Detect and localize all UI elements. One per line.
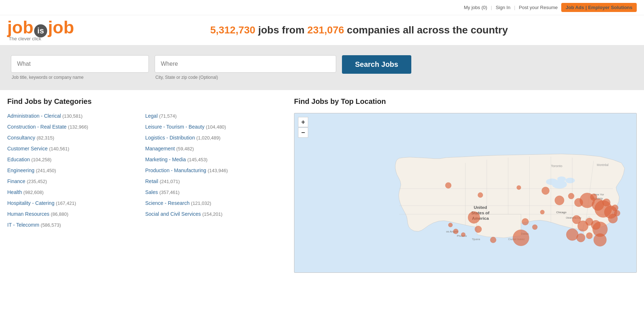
map-dot-34[interactable] <box>445 182 451 188</box>
category-right-item-2[interactable]: Logistics - Distribution (1,020,489) <box>145 135 283 141</box>
svg-text:Tijuana: Tijuana <box>472 238 480 241</box>
logo-job2: job <box>48 19 74 36</box>
map-dot-20[interactable] <box>532 224 537 230</box>
category-right-item-3[interactable]: Management (59,482) <box>145 146 283 151</box>
category-right-item-7[interactable]: Sales (357,461) <box>145 189 283 195</box>
sign-in-link[interactable]: Sign In <box>496 5 510 10</box>
category-left-item-10[interactable]: IT - Telecomm (586,573) <box>7 222 145 228</box>
where-field: City, State or zip code (Optional) <box>155 55 336 80</box>
header: job is job The clever click 5,312,730 jo… <box>0 15 644 45</box>
map-dot-3[interactable] <box>555 196 564 205</box>
logo-tagline: The clever click <box>7 36 74 41</box>
what-input[interactable] <box>11 55 149 73</box>
category-right-item-9[interactable]: Social and Civil Services (154,201) <box>145 211 283 217</box>
map-dot-10[interactable] <box>603 199 610 206</box>
job-ads-employer-button[interactable]: Job Ads | Employer Solutions <box>561 3 637 12</box>
map-dot-30[interactable] <box>566 228 578 240</box>
category-left-item-8[interactable]: Hospitality - Catering (167,421) <box>7 200 145 206</box>
search-section: Job title, keywords or company name City… <box>0 45 644 90</box>
companies-count: 231,076 <box>307 24 344 36</box>
map-dot-29[interactable] <box>461 232 465 237</box>
map-dot-1[interactable] <box>517 185 521 190</box>
map-dot-21[interactable] <box>540 210 545 214</box>
map-dot-4[interactable] <box>568 193 574 199</box>
map-dot-27[interactable] <box>513 230 529 246</box>
category-left-item-4[interactable]: Education (104,258) <box>7 157 145 162</box>
category-right-item-1[interactable]: Leisure - Tourism - Beauty (104,480) <box>145 124 283 130</box>
categories-right-column: Legal (71,574)Leisure - Tourism - Beauty… <box>145 113 283 228</box>
category-left-item-5[interactable]: Engineering (241,450) <box>7 167 145 173</box>
logo: job is job <box>7 19 74 37</box>
map-dot-16[interactable] <box>475 226 482 233</box>
map-dot-17[interactable] <box>453 229 458 234</box>
logo-area: job is job The clever click <box>7 19 74 41</box>
headline-end: companies all across the country <box>347 24 508 36</box>
map-zoom-in-button[interactable]: + <box>298 117 308 127</box>
what-hint: Job title, keywords or company name <box>11 75 149 80</box>
nav-pipe: | <box>586 5 588 10</box>
svg-text:United: United <box>474 205 487 210</box>
category-left-item-6[interactable]: Finance (235,452) <box>7 178 145 184</box>
category-left-item-2[interactable]: Consultancy (82,315) <box>7 135 145 141</box>
categories-title: Find Jobs by Categories <box>7 97 283 106</box>
post-resume-link[interactable]: Post your Resume <box>519 5 558 10</box>
category-left-item-0[interactable]: Administration - Clerical (130,581) <box>7 113 145 119</box>
category-right-item-4[interactable]: Marketing - Media (145,453) <box>145 157 283 162</box>
map-dot-19[interactable] <box>522 218 529 225</box>
svg-point-3 <box>566 178 575 183</box>
top-nav: My jobs (0) | Sign In | Post your Resume… <box>0 0 644 15</box>
search-jobs-button[interactable]: Search Jobs <box>342 55 411 74</box>
categories-section: Find Jobs by Categories Administration -… <box>7 97 283 273</box>
main-content: Find Jobs by Categories Administration -… <box>0 97 644 273</box>
map-section: Find Jobs by Top Location + − <box>294 97 637 273</box>
map-dot-31[interactable] <box>576 234 585 242</box>
where-hint: City, State or zip code (Optional) <box>155 75 336 80</box>
category-left-item-9[interactable]: Human Resources (86,880) <box>7 211 145 217</box>
nav-separator-1: | <box>491 5 492 10</box>
category-left-item-1[interactable]: Construction - Real Estate (132,966) <box>7 124 145 130</box>
map-zoom-out-button[interactable]: − <box>298 127 308 138</box>
category-left-item-3[interactable]: Customer Service (140,561) <box>7 146 145 151</box>
where-input[interactable] <box>155 55 336 73</box>
category-right-item-5[interactable]: Production - Manufacturing (143,946) <box>145 167 283 173</box>
svg-text:Toronto: Toronto <box>551 164 562 168</box>
map-container: + − <box>294 113 637 273</box>
map-title: Find Jobs by Top Location <box>294 97 637 106</box>
map-dot-13[interactable] <box>612 205 618 211</box>
employer-solutions-label: Employer Solutions <box>588 5 632 10</box>
category-right-item-8[interactable]: Science - Research (121,032) <box>145 200 283 206</box>
map-dot-15[interactable] <box>468 211 480 223</box>
map-controls: + − <box>298 117 308 138</box>
headline: 5,312,730 jobs from 231,076 companies al… <box>74 24 637 36</box>
map-dot-32[interactable] <box>586 232 593 239</box>
svg-text:Chicago: Chicago <box>556 211 566 214</box>
categories-left-column: Administration - Clerical (130,581)Const… <box>7 113 145 228</box>
categories-grid: Administration - Clerical (130,581)Const… <box>7 113 283 228</box>
map-dot-33[interactable] <box>594 234 606 246</box>
category-left-item-7[interactable]: Health (982,608) <box>7 189 145 195</box>
jobs-count: 5,312,730 <box>210 24 256 36</box>
my-jobs-link[interactable]: My jobs (0) <box>464 5 487 10</box>
search-form: Job title, keywords or company name City… <box>11 55 633 80</box>
what-field: Job title, keywords or company name <box>11 55 149 80</box>
map-dot-14[interactable] <box>614 210 620 216</box>
logo-job1: job <box>7 19 33 36</box>
svg-point-4 <box>552 180 567 189</box>
headline-middle: jobs from <box>258 24 307 36</box>
category-right-item-0[interactable]: Legal (71,574) <box>145 113 283 119</box>
nav-separator-2: | <box>514 5 515 10</box>
svg-text:Montréal: Montréal <box>597 163 608 167</box>
map-dot-18[interactable] <box>448 223 453 227</box>
map-svg: Toronto Montréal United States of Americ… <box>294 113 636 272</box>
category-right-item-6[interactable]: Retail (241,071) <box>145 178 283 184</box>
map-dot-28[interactable] <box>490 237 496 243</box>
map-dot-0[interactable] <box>478 193 483 198</box>
logo-is: is <box>34 24 47 37</box>
job-ads-label: Job Ads <box>566 5 584 10</box>
map-dot-2[interactable] <box>542 187 549 195</box>
